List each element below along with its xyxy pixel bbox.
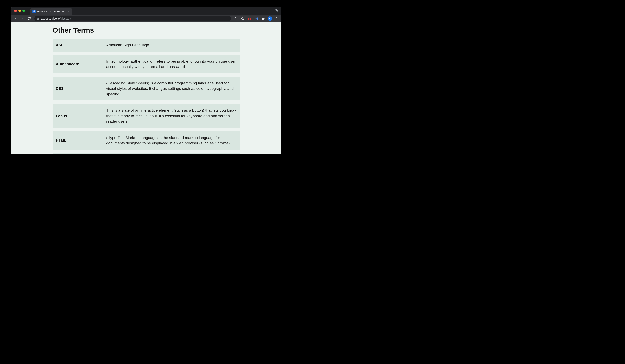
- tab-bar: ♿ Glossary - Access Guide ✕ +: [11, 7, 281, 15]
- glossary-definition: American Sign Language: [106, 42, 237, 48]
- tab-title: Glossary - Access Guide: [37, 10, 65, 13]
- extensions-icon[interactable]: [261, 16, 266, 21]
- glossary-row: Focus This is a state of an interactive …: [53, 104, 240, 128]
- glossary-row: CSS (Cascading Style Sheets) is a comput…: [53, 77, 240, 101]
- glossary-row: ASL American Sign Language: [53, 39, 240, 52]
- tab-favicon: ♿: [32, 10, 36, 13]
- extension-tp-icon[interactable]: Tp: [247, 16, 252, 21]
- url-text: accessguide.io/glossary: [41, 17, 228, 20]
- glossary-list: ASL American Sign Language Authenticate …: [53, 39, 240, 154]
- nav-forward-button[interactable]: [20, 16, 25, 21]
- page-heading: Other Terms: [53, 26, 240, 34]
- glossary-row: Authenticate In technology, authenticati…: [53, 55, 240, 73]
- new-tab-button[interactable]: +: [75, 9, 77, 13]
- glossary-definition: (HyperText Markup Language) is the stand…: [106, 135, 237, 146]
- glossary-row: HTML (HyperText Markup Language) is the …: [53, 131, 240, 150]
- window-controls: [13, 10, 26, 12]
- url-domain: accessguide.io: [41, 17, 60, 20]
- glossary-term: Focus: [56, 114, 106, 118]
- glossary-term: CSS: [56, 86, 106, 91]
- tab-close-icon[interactable]: ✕: [67, 10, 70, 13]
- page-viewport[interactable]: Other Terms ASL American Sign Language A…: [11, 22, 281, 154]
- extension-wave-icon[interactable]: [254, 16, 259, 21]
- window-minimize-button[interactable]: [18, 10, 21, 12]
- svg-marker-3: [241, 17, 244, 20]
- glossary-definition: This is a state of an interactive elemen…: [106, 108, 237, 124]
- glossary-term: Authenticate: [56, 62, 106, 66]
- nav-back-button[interactable]: [13, 16, 18, 21]
- address-bar[interactable]: accessguide.io/glossary: [34, 16, 231, 21]
- toolbar-actions: Tp A ⋮: [233, 16, 280, 21]
- browser-window: ♿ Glossary - Access Guide ✕ + ac: [11, 7, 281, 154]
- url-path: /glossary: [60, 17, 71, 20]
- glossary-row-partial: [53, 153, 240, 154]
- nav-reload-button[interactable]: [26, 16, 32, 21]
- share-icon[interactable]: [233, 16, 238, 21]
- window-close-button[interactable]: [14, 10, 17, 12]
- glossary-term: ASL: [56, 43, 106, 47]
- glossary-definition: In technology, authentication refers to …: [106, 59, 237, 70]
- glossary-term: HTML: [56, 138, 106, 143]
- content-wrapper: Other Terms ASL American Sign Language A…: [53, 22, 240, 154]
- browser-menu-icon[interactable]: ⋮: [274, 16, 279, 21]
- profile-avatar[interactable]: A: [268, 16, 272, 21]
- bookmark-star-icon[interactable]: [240, 16, 245, 21]
- profile-badge-icon[interactable]: [275, 9, 278, 13]
- browser-toolbar: accessguide.io/glossary Tp A ⋮: [11, 15, 281, 22]
- browser-tab[interactable]: ♿ Glossary - Access Guide ✕: [30, 8, 72, 15]
- lock-icon: [37, 17, 39, 20]
- svg-point-1: [276, 10, 277, 11]
- window-maximize-button[interactable]: [22, 10, 25, 12]
- glossary-definition: (Cascading Style Sheets) is a computer p…: [106, 80, 237, 97]
